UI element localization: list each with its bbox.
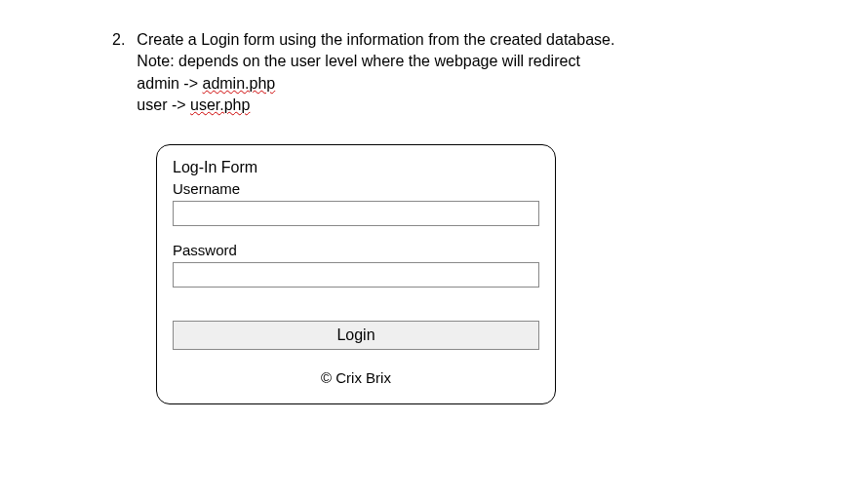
login-form-panel: Log-In Form Username Password Login © Cr… <box>156 144 556 404</box>
question-text: Create a Login form using the informatio… <box>137 29 614 117</box>
admin-redirect-prefix: admin -> <box>137 75 202 92</box>
form-title: Log-In Form <box>173 159 539 176</box>
username-label: Username <box>173 180 539 197</box>
copyright-text: © Crix Brix <box>173 369 539 386</box>
username-input[interactable] <box>173 201 539 226</box>
password-label: Password <box>173 242 539 258</box>
question-block: 2. Create a Login form using the informa… <box>112 29 868 117</box>
question-line-3: admin -> admin.php <box>137 73 614 95</box>
admin-php-link: admin.php <box>202 75 275 92</box>
login-button[interactable]: Login <box>173 321 539 350</box>
user-redirect-prefix: user -> <box>137 96 190 113</box>
question-number: 2. <box>112 29 125 117</box>
question-line-4: user -> user.php <box>137 95 614 116</box>
user-php-link: user.php <box>190 96 250 113</box>
question-line-1: Create a Login form using the informatio… <box>137 29 614 51</box>
password-input[interactable] <box>173 262 539 288</box>
question-line-2: Note: depends on the user level where th… <box>137 51 614 72</box>
